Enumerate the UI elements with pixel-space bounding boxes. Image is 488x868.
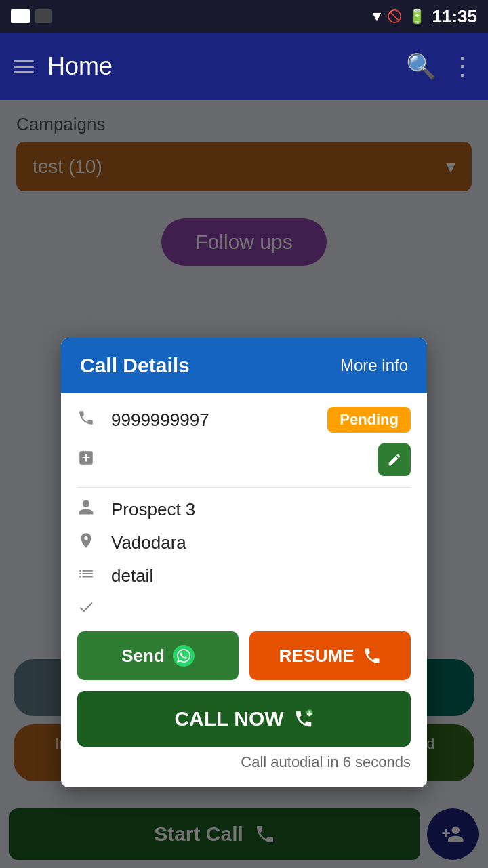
app-bar: Home 🔍 ⋮ <box>0 33 488 100</box>
background-content: Campaigns test (10) ▾ Follow ups Pending… <box>0 100 488 868</box>
call-now-button[interactable]: CALL NOW <box>77 691 411 747</box>
location-icon <box>77 532 102 554</box>
search-icon[interactable]: 🔍 <box>406 52 436 81</box>
call-now-label: CALL NOW <box>174 707 283 730</box>
prospect-name: Prospect 3 <box>111 499 411 520</box>
send-whatsapp-button[interactable]: Send <box>77 631 239 680</box>
modal-title: Call Details <box>80 354 190 377</box>
phone-row: 9999999997 Pending <box>77 407 411 433</box>
status-bar: ▾ 🚫 🔋 11:35 <box>0 0 488 33</box>
phone-number: 9999999997 <box>111 410 318 431</box>
resume-button[interactable]: RESUME <box>249 631 411 680</box>
check-icon <box>77 598 102 620</box>
phone-row-icon <box>77 409 102 431</box>
modal-body: 9999999997 Pending <box>61 393 427 787</box>
app-icon-2 <box>35 9 52 23</box>
call-details-modal: Call Details More info 9999999997 Pendin… <box>61 338 427 787</box>
more-info-button[interactable]: More info <box>340 356 408 375</box>
detail-icon <box>77 565 102 587</box>
modal-header: Call Details More info <box>61 338 427 393</box>
signal-icon: 🚫 <box>387 9 402 24</box>
detail-row: detail <box>77 565 411 587</box>
whatsapp-icon <box>173 645 195 667</box>
status-icons-right: ▾ 🚫 🔋 11:35 <box>373 6 478 27</box>
divider <box>77 487 411 488</box>
send-label: Send <box>121 646 165 667</box>
time-display: 11:35 <box>432 6 478 27</box>
battery-icon: 🔋 <box>409 8 426 24</box>
location-row: Vadodara <box>77 532 411 554</box>
status-icons-left <box>11 9 52 23</box>
add-call-row <box>77 443 411 476</box>
name-row: Prospect 3 <box>77 498 411 521</box>
autodial-text: Call autodial in 6 seconds <box>77 753 411 774</box>
action-buttons: Send RESUME <box>77 631 411 680</box>
wifi-icon: ▾ <box>373 7 380 25</box>
detail-text: detail <box>111 566 411 587</box>
add-call-icon <box>77 449 102 471</box>
check-row <box>77 598 411 620</box>
call-now-icon <box>293 709 314 729</box>
more-options-icon[interactable]: ⋮ <box>450 52 474 81</box>
app-title: Home <box>47 52 392 81</box>
status-badge: Pending <box>327 407 411 433</box>
hamburger-menu[interactable] <box>14 60 34 73</box>
location-text: Vadodara <box>111 532 411 553</box>
edit-button[interactable] <box>378 443 411 476</box>
resume-icon <box>363 646 382 665</box>
person-icon <box>77 498 102 521</box>
resume-label: RESUME <box>279 646 354 667</box>
app-icon-1 <box>11 9 30 23</box>
